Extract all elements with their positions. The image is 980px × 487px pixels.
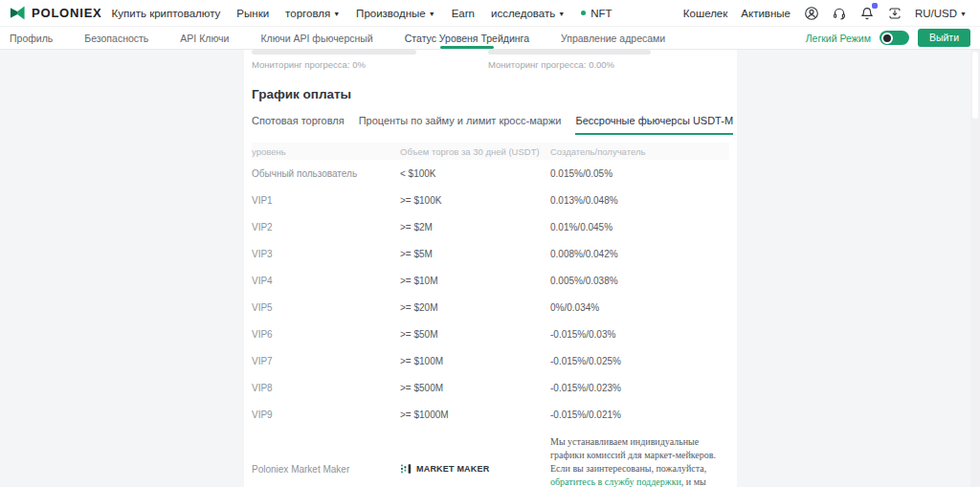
volume-cell: >= $1000M bbox=[400, 410, 550, 420]
chevron-down-icon: ▼ bbox=[429, 11, 435, 17]
nav-item[interactable]: Earn ▼ bbox=[452, 8, 475, 19]
locale-selector[interactable]: RU/USD ▼ bbox=[915, 8, 967, 19]
fee-table-header: уровеньОбъем торгов за 30 дней (USDT)Соз… bbox=[252, 143, 729, 160]
scrollbar-thumb[interactable] bbox=[972, 52, 978, 119]
nav-item-label: Производные bbox=[356, 8, 426, 19]
nav-item[interactable]: Купить криптовалюту ▼ bbox=[112, 8, 221, 19]
fees-cell: -0.015%/0.025% bbox=[550, 356, 729, 366]
fees-cell: 0.01%/0.045% bbox=[550, 222, 729, 232]
volume-cell: >= $500M bbox=[400, 383, 550, 393]
notifications-icon[interactable] bbox=[859, 5, 876, 21]
nav-item-label: Купить криптовалюту bbox=[112, 8, 221, 19]
nav-item[interactable]: Производные ▼ bbox=[356, 8, 435, 19]
volume-cell: < $100K bbox=[400, 168, 550, 179]
subnav-tab[interactable]: Безопасность bbox=[84, 27, 148, 49]
tier-cell: VIP9 bbox=[252, 410, 400, 420]
market-maker-row: Poloniex Market Maker MARKET MAKER Мы ус bbox=[252, 428, 729, 487]
subnav-tab-label: API Ключи bbox=[180, 33, 229, 44]
nav-item-label: Earn bbox=[452, 8, 475, 19]
support-icon[interactable] bbox=[832, 5, 848, 21]
nav-item-label: исследовать bbox=[491, 8, 555, 19]
market-maker-badge-label: MARKET MAKER bbox=[416, 464, 489, 474]
progress-label: Мониторинг прогресса: 0% bbox=[252, 59, 488, 70]
tier-cell: Poloniex Market Maker bbox=[252, 464, 400, 475]
nav-item-nft[interactable]: NFT bbox=[581, 8, 612, 19]
easy-mode-toggle[interactable] bbox=[880, 31, 909, 45]
support-link[interactable]: обратитесь в службу поддержки bbox=[550, 476, 681, 487]
fees-cell: 0.005%/0.038% bbox=[550, 276, 729, 286]
subnav-tab[interactable]: API Ключи bbox=[180, 27, 229, 49]
active-orders-link[interactable]: Активные bbox=[741, 8, 791, 19]
top-header: POLONIEX Купить криптовалюту ▼ Рынки ▼ т… bbox=[0, 0, 980, 27]
profile-icon[interactable] bbox=[804, 5, 820, 21]
column-header: уровень bbox=[252, 146, 400, 157]
tier-cell: VIP4 bbox=[252, 276, 400, 286]
volume-cell: >= $100M bbox=[400, 356, 550, 366]
fees-cell: -0.015%/0.023% bbox=[550, 383, 729, 393]
fees-cell: 0%/0.034% bbox=[550, 302, 729, 313]
tier-cell: VIP6 bbox=[252, 329, 400, 340]
content-area: Мониторинг прогресса: 0% Мониторинг прог… bbox=[0, 50, 980, 487]
nav-item[interactable]: торговля ▼ bbox=[285, 8, 340, 19]
table-row: VIP8 >= $500M -0.015%/0.023% bbox=[252, 374, 729, 401]
column-header: Создатель/получатель bbox=[550, 146, 729, 157]
poloniex-logo[interactable]: POLONIEX bbox=[10, 5, 102, 21]
tier-cell: VIP5 bbox=[252, 302, 400, 313]
scrollbar[interactable] bbox=[970, 50, 980, 487]
fees-cell: 0.015%/0.05% bbox=[550, 168, 729, 179]
fee-tabs: Спотовая торговля Проценты по займу и ли… bbox=[252, 115, 729, 135]
subnav-tab-label: Профиль bbox=[10, 33, 53, 44]
easy-mode-label: Легкий Режим bbox=[806, 33, 871, 44]
subnav-tab-label: Безопасность bbox=[84, 33, 148, 44]
fees-cell: 0.013%/0.048% bbox=[550, 195, 729, 206]
tier-cell: VIP8 bbox=[252, 383, 400, 393]
subnav-tab-label: Статус Уровеня Трейдинга bbox=[405, 33, 529, 44]
market-maker-icon bbox=[400, 463, 412, 475]
nft-dot-icon bbox=[581, 11, 586, 15]
account-subnav: Профиль Безопасность API Ключи Ключи API… bbox=[0, 27, 980, 50]
trading-tier-card: Мониторинг прогресса: 0% Мониторинг прог… bbox=[244, 50, 737, 487]
locale-label: RU/USD bbox=[915, 8, 957, 19]
market-maker-badge: MARKET MAKER bbox=[400, 463, 550, 475]
table-row: VIP5 >= $20M 0%/0.034% bbox=[252, 294, 729, 321]
nav-item[interactable]: Рынки ▼ bbox=[236, 8, 269, 19]
toggle-knob bbox=[881, 33, 893, 44]
tier-cell: VIP1 bbox=[252, 195, 400, 206]
volume-cell: >= $20M bbox=[400, 302, 550, 313]
progress-bar bbox=[488, 50, 651, 55]
chevron-down-icon: ▼ bbox=[333, 11, 340, 17]
table-row: VIP2 >= $2M 0.01%/0.045% bbox=[252, 213, 729, 240]
fee-tab[interactable]: Проценты по займу и лимит кросс-маржи bbox=[359, 115, 562, 135]
volume-cell: >= $50M bbox=[400, 329, 550, 340]
note-text-before: Мы устанавливаем индивидуальные графики … bbox=[550, 436, 716, 474]
fee-tab-label: Спотовая торговля bbox=[252, 115, 345, 126]
volume-cell: >= $2M bbox=[400, 222, 550, 232]
download-app-icon[interactable] bbox=[887, 5, 903, 21]
fee-tab[interactable]: Бессрочные фьючерсы USDT-M bbox=[575, 115, 733, 135]
table-row: VIP7 >= $100M -0.015%/0.025% bbox=[252, 347, 729, 374]
wallet-link[interactable]: Кошелек bbox=[683, 8, 727, 19]
table-row: VIP3 >= $5M 0.008%/0.042% bbox=[252, 240, 729, 267]
subnav-right: Легкий Режим Выйти bbox=[806, 27, 970, 49]
subnav-tabs: Профиль Безопасность API Ключи Ключи API… bbox=[10, 27, 697, 49]
table-row: VIP1 >= $100K 0.013%/0.048% bbox=[252, 187, 729, 213]
logout-button[interactable]: Выйти bbox=[918, 29, 970, 47]
nft-label: NFT bbox=[590, 8, 612, 19]
chevron-down-icon: ▼ bbox=[558, 11, 565, 17]
nav-item[interactable]: исследовать ▼ bbox=[491, 8, 565, 19]
tier-cell: VIP2 bbox=[252, 222, 400, 232]
brand-name: POLONIEX bbox=[32, 6, 102, 20]
fee-table-body: Обычный пользователь < $100K 0.015%/0.05… bbox=[252, 160, 729, 428]
notification-badge bbox=[872, 3, 878, 9]
subnav-tab[interactable]: Ключи API фьючерсный bbox=[260, 27, 372, 49]
fees-cell: -0.015%/0.03% bbox=[550, 329, 729, 340]
subnav-tab[interactable]: Статус Уровеня Трейдинга bbox=[405, 27, 529, 49]
fee-tab[interactable]: Спотовая торговля bbox=[252, 115, 345, 135]
tier-cell: VIP3 bbox=[252, 249, 400, 259]
table-row: VIP9 >= $1000M -0.015%/0.021% bbox=[252, 401, 729, 428]
tier-cell: Обычный пользователь bbox=[252, 168, 400, 179]
subnav-tab[interactable]: Профиль bbox=[10, 27, 53, 49]
subnav-tab[interactable]: Управление адресами bbox=[561, 27, 665, 49]
subnav-tab-label: Ключи API фьючерсный bbox=[260, 33, 372, 44]
main-nav: Купить криптовалюту ▼ Рынки ▼ торговля ▼… bbox=[112, 8, 582, 19]
